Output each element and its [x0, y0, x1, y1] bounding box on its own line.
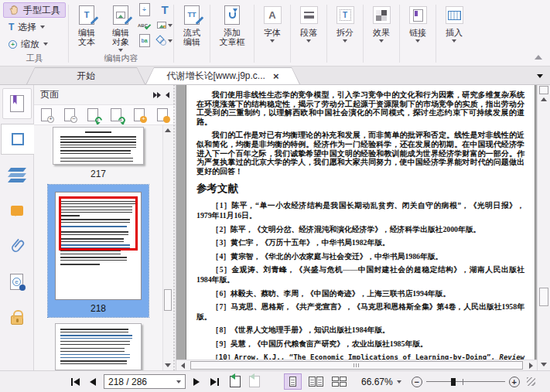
- facing-page-view-button[interactable]: [307, 373, 325, 390]
- more-pages-button[interactable]: [151, 106, 173, 124]
- thumbnail-page-218-selected[interactable]: 218: [48, 185, 149, 317]
- zoom-tool-button[interactable]: + 缩放: [3, 36, 66, 52]
- ribbon-separator: [290, 5, 291, 63]
- zoom-in-button[interactable]: +: [509, 377, 520, 387]
- zoom-slider[interactable]: [426, 377, 505, 387]
- chevron-down-icon[interactable]: [176, 380, 181, 383]
- reference-item: ［7］马克思、恩格斯，《共产党宣言》，《马克思和恩格斯全集》第4卷，人民出版社1…: [196, 302, 524, 322]
- panel-resize-handle[interactable]: [173, 85, 176, 370]
- page-number-value[interactable]: 218 / 286: [108, 377, 173, 387]
- next-page-button[interactable]: [190, 375, 203, 389]
- enlarge-thumbnails-button[interactable]: +: [35, 106, 57, 124]
- bookmarks-panel-button[interactable]: [2, 88, 32, 119]
- tab-bar: 开始 代谢增长论[www.j9p.c... ×: [0, 66, 550, 85]
- edit-object-button[interactable]: 编辑 对象: [104, 0, 138, 53]
- scroll-down-button[interactable]: [538, 360, 550, 370]
- security-panel-button[interactable]: [2, 302, 32, 332]
- shrink-thumbnails-button[interactable]: −: [58, 106, 80, 124]
- link-button[interactable]: 链接: [401, 0, 435, 66]
- insert-button[interactable]: 插入: [437, 0, 471, 66]
- scroll-left-button[interactable]: [176, 360, 189, 370]
- scrollbar-thumb[interactable]: [539, 288, 548, 306]
- thumbnail-content: [60, 257, 127, 261]
- signatures-panel-button[interactable]: e: [2, 266, 32, 297]
- image-annotation-button[interactable]: [157, 19, 173, 32]
- effects-button[interactable]: 效果: [364, 0, 398, 66]
- split-view-box[interactable]: [539, 86, 548, 94]
- paragraph-button[interactable]: 段落: [292, 0, 326, 66]
- bookmark-icon: [10, 95, 24, 112]
- edit-object-icon: [113, 5, 128, 25]
- thumbnail-content: [60, 335, 132, 339]
- thumbnail-page-217[interactable]: [53, 127, 144, 165]
- replace-text-button[interactable]: ba: [138, 34, 151, 47]
- thumbnail-page-218[interactable]: [55, 192, 142, 300]
- ribbon-separator: [254, 5, 255, 63]
- document-horizontal-scrollbar[interactable]: [176, 360, 537, 370]
- attachments-panel-button[interactable]: [2, 230, 32, 261]
- add-text-button[interactable]: T: [157, 3, 173, 16]
- image-note-icon: [157, 22, 166, 29]
- navigation-panel-strip: e: [0, 85, 34, 370]
- arrow-up-icon: [165, 128, 171, 132]
- tab-document[interactable]: 代谢增长论[www.j9p.c... ×: [145, 67, 300, 84]
- rotate-right-button[interactable]: [104, 106, 127, 124]
- layers-panel-button[interactable]: [2, 159, 32, 190]
- more-icon: [163, 116, 170, 123]
- rotate-left-button[interactable]: [81, 106, 104, 124]
- previous-page-button[interactable]: [86, 375, 100, 389]
- visible-region-rectangle[interactable]: [59, 196, 138, 251]
- add-article-box-button[interactable]: 添加 文章框: [211, 0, 253, 66]
- previous-view-button[interactable]: [230, 376, 241, 387]
- thumbnail-content: [60, 329, 128, 332]
- chevron-down-icon: [168, 39, 173, 43]
- shapes-button[interactable]: [157, 34, 173, 47]
- scrollbar-thumb[interactable]: [190, 361, 523, 370]
- slider-thumb[interactable]: [451, 378, 456, 386]
- reference-text: ［10］Arrow, K.J., “The Economic Implicati…: [212, 353, 500, 360]
- ribbon: 手型工具 T 选择 + 缩放 工具: [0, 0, 550, 66]
- scrollbar-thumb[interactable]: [164, 289, 172, 311]
- split-button[interactable]: T 拆分: [328, 0, 362, 66]
- body-paragraph: 我们使用非线性生态学的竞争模型，引入学习竞争中的文化和行为因素，研究多维复杂系统…: [196, 90, 524, 126]
- select-tool-button[interactable]: T 选择: [3, 19, 66, 35]
- insert-page-button[interactable]: +: [128, 106, 150, 124]
- expand-panel-icon[interactable]: [153, 92, 161, 98]
- collapse-ribbon-button[interactable]: [535, 55, 542, 60]
- scroll-up-button[interactable]: [538, 94, 550, 104]
- thumbnail-content: [60, 341, 130, 346]
- merge-text-icon: ÷: [139, 3, 150, 16]
- hand-tool-button[interactable]: 手型工具: [3, 2, 66, 18]
- document-vertical-scrollbar[interactable]: [537, 85, 550, 370]
- edit-text-label: 编辑 文本: [78, 28, 95, 46]
- pdf-page[interactable]: 我们使用非线性生态学的竞争模型，引入学习竞争中的文化和行为因素，研究多维复杂系统…: [186, 85, 535, 360]
- flow-edit-button[interactable]: TT 流式 编辑: [175, 0, 209, 66]
- tab-home[interactable]: 开始: [26, 67, 145, 84]
- edit-text-button[interactable]: T 编辑 文本: [70, 0, 104, 47]
- collapse-panel-icon[interactable]: [166, 92, 169, 98]
- page-thumbnails-panel-button[interactable]: [1, 124, 35, 155]
- thumbnail-page-219[interactable]: [55, 323, 142, 370]
- page-number-field[interactable]: 218 / 286: [104, 374, 186, 389]
- scroll-right-button[interactable]: [524, 360, 537, 370]
- tab-list-dropdown-icon[interactable]: [537, 74, 543, 78]
- resize-grip-icon[interactable]: [527, 377, 535, 386]
- spellcheck-button[interactable]: ABC: [138, 19, 151, 32]
- next-view-button[interactable]: [249, 376, 260, 387]
- first-page-button[interactable]: [68, 375, 82, 389]
- zoom-out-button[interactable]: −: [412, 377, 422, 387]
- comments-panel-button[interactable]: [2, 195, 32, 226]
- arrow-right-icon: [210, 378, 217, 386]
- scroll-down-button[interactable]: [163, 360, 173, 370]
- merge-text-button[interactable]: ÷: [138, 3, 151, 16]
- zoom-dropdown-icon[interactable]: [397, 380, 401, 383]
- single-page-view-button[interactable]: [284, 373, 302, 390]
- thumbnails-scrollbar[interactable]: [162, 125, 173, 370]
- effects-icon: [373, 6, 391, 24]
- continuous-view-button[interactable]: [330, 373, 348, 390]
- font-button[interactable]: A 字体: [255, 0, 289, 66]
- close-tab-icon[interactable]: ×: [273, 71, 279, 81]
- reference-item: ［8］《世界人文地理手册》，知识出版社1984年版。: [196, 326, 524, 336]
- last-page-button[interactable]: [207, 375, 221, 389]
- scroll-up-button[interactable]: [163, 125, 173, 135]
